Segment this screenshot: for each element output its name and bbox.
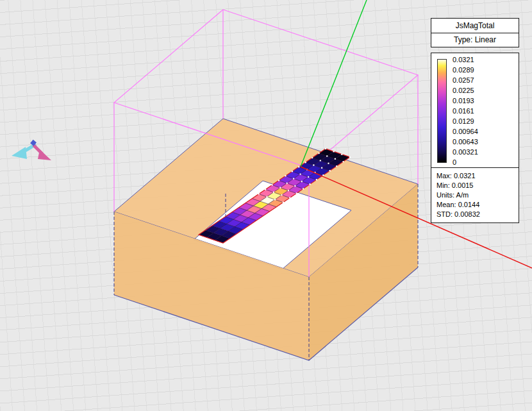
- scale-tick-label: 0.00964: [453, 128, 478, 135]
- legend-stats: Max: 0.0321Min: 0.0015Units: A/mMean: 0.…: [431, 167, 519, 223]
- mesh-vertex-dot: [318, 153, 319, 154]
- mesh-vertex-dot: [265, 189, 266, 190]
- scale-tick-label: 0.0321: [453, 56, 474, 63]
- legend-scale-type: Type: Linear: [431, 33, 519, 47]
- mesh-vertex-dot: [294, 185, 295, 187]
- y-axis-line: [301, 0, 367, 167]
- mesh-vertex-dot: [308, 176, 309, 178]
- mesh-vertex-dot: [274, 199, 276, 200]
- mesh-vertex-dot: [298, 166, 299, 167]
- colorbar-gradient: [437, 59, 447, 163]
- substrate-slab[interactable]: [114, 119, 418, 360]
- mesh-vertex-dot: [293, 178, 294, 179]
- mesh-vertex-dot: [295, 192, 297, 194]
- mesh-vertex-dot: [258, 193, 260, 194]
- mesh-vertex-dot: [335, 158, 336, 160]
- mesh-vertex-dot: [283, 201, 284, 203]
- mesh-vertex-dot: [271, 184, 272, 185]
- mesh-vertex-dot: [326, 155, 328, 156]
- mesh-vertex-dot: [303, 188, 304, 189]
- mesh-vertex-dot: [336, 165, 337, 167]
- mesh-vertex-dot: [349, 156, 351, 158]
- mesh-vertex-dot: [329, 170, 331, 171]
- legend-stat-line: Min: 0.0015: [436, 181, 513, 190]
- mesh-vertex-dot: [321, 167, 322, 169]
- scale-tick-label: 0.0225: [453, 87, 474, 94]
- legend-stat-line: STD: 0.00832: [436, 210, 513, 219]
- mesh-vertex-dot: [305, 162, 306, 163]
- mesh-vertex-dot: [287, 183, 288, 184]
- legend-color-scale: 0.03210.02890.02570.02250.01930.01610.01…: [431, 53, 519, 168]
- scale-tick-label: 0.0257: [453, 76, 474, 84]
- mesh-vertex-dot: [312, 157, 313, 158]
- mesh-vertex-dot: [316, 179, 317, 180]
- mesh-vertex-dot: [320, 160, 321, 161]
- scale-tick-label: 0.0193: [453, 97, 474, 105]
- mesh-vertex-dot: [289, 197, 290, 198]
- mesh-vertex-dot: [288, 190, 289, 191]
- legend-stat-line: Units: A/m: [436, 190, 513, 200]
- mesh-vertex-dot: [341, 154, 342, 155]
- mesh-vertex-dot: [279, 187, 281, 189]
- legend-stat-line: Max: 0.0321: [436, 171, 513, 181]
- mesh-vertex-dot: [309, 183, 310, 185]
- mesh-vertex-dot: [328, 163, 329, 164]
- mesh-vertex-dot: [281, 194, 282, 196]
- mesh-vertex-dot: [292, 171, 293, 172]
- triad-pink-arrow-head: [38, 149, 51, 160]
- triad-cyan-arrow-head: [12, 147, 27, 159]
- field-plot-legend[interactable]: JsMagTotal Type: Linear 0.03210.02890.02…: [431, 18, 519, 223]
- mesh-vertex-dot: [333, 151, 335, 152]
- mesh-vertex-dot: [299, 173, 301, 174]
- scale-tick-label: 0.0161: [453, 107, 474, 115]
- mesh-vertex-dot: [322, 174, 324, 176]
- mesh-vertex-dot: [273, 192, 274, 193]
- mesh-vertex-dot: [301, 181, 303, 182]
- legend-title: JsMagTotal: [431, 18, 519, 33]
- scale-tick-label: 0.0129: [453, 117, 474, 125]
- scale-tick-label: 0.00321: [453, 148, 478, 156]
- scale-tick-label: 0: [453, 158, 456, 166]
- mesh-vertex-dot: [266, 196, 267, 197]
- mesh-vertex-dot: [342, 161, 344, 162]
- mesh-vertex-dot: [325, 148, 326, 149]
- mesh-vertex-dot: [285, 175, 286, 176]
- orientation-triad: [12, 140, 51, 160]
- scale-tick-label: 0.00643: [453, 138, 478, 146]
- legend-stat-line: Mean: 0.0144: [436, 200, 513, 210]
- mesh-vertex-dot: [313, 164, 314, 165]
- 3d-viewport[interactable]: JsMagTotal Type: Linear 0.03210.02890.02…: [0, 0, 532, 411]
- mesh-vertex-dot: [278, 180, 279, 181]
- scale-tick-label: 0.0289: [453, 66, 474, 74]
